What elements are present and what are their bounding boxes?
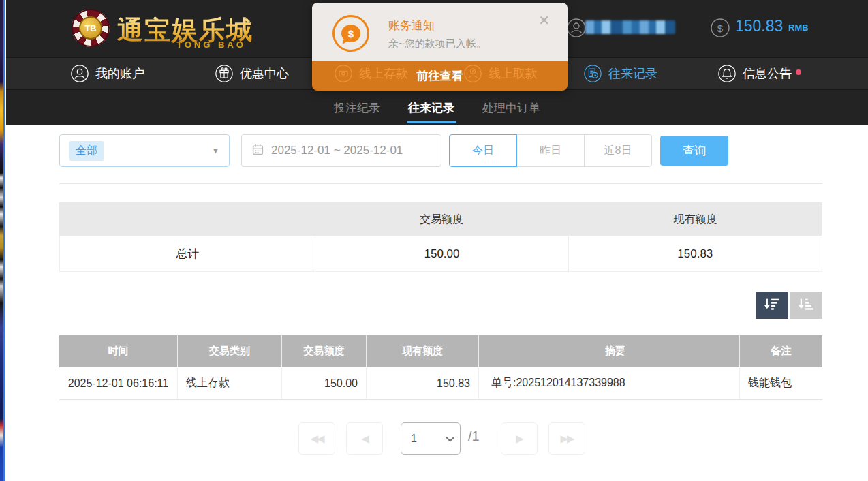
- sort-ascending-button[interactable]: [790, 292, 822, 319]
- nav-item-promotions[interactable]: 优惠中心: [215, 58, 289, 89]
- cell-balance: 150.83: [366, 367, 478, 399]
- cell-amount: 150.00: [281, 367, 366, 399]
- quick-date-buttons: 今日 昨日 近8日: [449, 134, 652, 167]
- today-button[interactable]: 今日: [449, 134, 517, 167]
- sort-descending-icon: [762, 296, 782, 314]
- cell-time: 2025-12-01 06:16:11: [59, 367, 177, 399]
- logo-chip-icon[interactable]: TB: [72, 9, 110, 47]
- sort-descending-button[interactable]: [756, 292, 788, 319]
- pagination: ◀◀ ◀ 1 /1 ▶ ▶▶: [6, 422, 868, 455]
- records-table: 时间 交易类别 交易额度 现有额度 摘要 备注 2025-12-01 06:16…: [59, 335, 822, 400]
- last-page-button[interactable]: ▶▶: [548, 422, 585, 455]
- nav-label: 我的账户: [95, 65, 144, 82]
- cell-remark: 钱能钱包: [739, 367, 822, 399]
- nav-item-my-account[interactable]: 我的账户: [70, 58, 144, 89]
- gift-icon: [215, 64, 234, 83]
- cell-type: 线上存款: [177, 367, 281, 399]
- balance-currency: RMB: [788, 22, 809, 33]
- type-filter-select[interactable]: 全部 ▼: [59, 134, 230, 167]
- summary-header-balance: 现有额度: [568, 213, 822, 227]
- nav-item-transaction-records[interactable]: 往来记录: [583, 58, 657, 89]
- notification-message: 亲~您的款项已入帐。: [388, 37, 486, 50]
- svg-text:$: $: [717, 22, 724, 34]
- nav-label: 往来记录: [608, 65, 657, 82]
- site-subtitle: TONG BAO: [176, 40, 246, 50]
- first-page-icon: ◀◀: [310, 433, 323, 445]
- records-table-header: 时间 交易类别 交易额度 现有额度 摘要 备注: [59, 335, 822, 367]
- summary-total-label: 总计: [60, 236, 315, 271]
- notification-title: 账务通知: [388, 18, 435, 33]
- col-amount: 交易额度: [281, 335, 366, 367]
- active-tab-underline: [407, 121, 456, 123]
- notification-popup: $ 账务通知 亲~您的款项已入帐。 ✕ 前往查看: [312, 3, 568, 91]
- sort-controls: [756, 292, 822, 319]
- col-time: 时间: [59, 335, 177, 367]
- main-window: TB 通宝娱乐城 TONG BAO $ 150.83 RMB: [6, 0, 868, 481]
- summary-total-transaction: 150.00: [315, 236, 568, 271]
- notification-body: $ 账务通知 亲~您的款项已入帐。 ✕: [312, 3, 568, 61]
- col-remark: 备注: [739, 335, 822, 367]
- date-range-value: 2025-12-01 ~ 2025-12-01: [271, 144, 403, 157]
- calendar-icon: [252, 144, 264, 158]
- nav-label: 优惠中心: [240, 65, 289, 82]
- tab-transaction-records[interactable]: 往来记录: [407, 90, 456, 125]
- balance-coin-icon: $: [710, 18, 730, 41]
- col-summary: 摘要: [478, 335, 739, 367]
- section-divider: [59, 183, 822, 184]
- logo-chip-text: TB: [79, 16, 102, 40]
- user-icon: [70, 64, 89, 83]
- sort-ascending-icon: [796, 296, 816, 314]
- type-filter-value: 全部: [69, 141, 104, 161]
- content-area: 全部 ▼ 2025-12-01 ~ 2025-12-01 今日 昨日 近8日 查…: [6, 125, 868, 481]
- next-page-button[interactable]: ▶: [501, 422, 538, 455]
- yesterday-button[interactable]: 昨日: [516, 134, 585, 167]
- username-redacted[interactable]: [585, 20, 675, 34]
- go-view-button[interactable]: 前往查看: [312, 61, 568, 91]
- table-row: 2025-12-01 06:16:11 线上存款 150.00 150.83 单…: [59, 367, 822, 400]
- summary-table: 交易额度 现有额度 总计 150.00 150.83: [59, 202, 822, 272]
- close-icon[interactable]: ✕: [538, 12, 550, 29]
- summary-total-balance: 150.83: [568, 236, 822, 271]
- next-page-icon: ▶: [516, 433, 523, 445]
- previous-page-icon: ◀: [361, 433, 368, 445]
- background-page-sliver: [0, 0, 5, 481]
- search-button[interactable]: 查询: [660, 136, 728, 166]
- caret-down-icon: ▼: [212, 146, 219, 155]
- notification-dot: [796, 69, 801, 75]
- nav-label: 信息公告: [743, 65, 792, 82]
- chevron-down-icon: [446, 433, 454, 442]
- col-balance: 现有额度: [366, 335, 478, 367]
- nav-item-announcements[interactable]: 信息公告: [717, 58, 792, 89]
- records-icon: [583, 64, 602, 83]
- summary-table-header: 交易额度 现有额度: [59, 202, 822, 236]
- balance-amount[interactable]: 150.83: [735, 17, 783, 35]
- tab-bet-records[interactable]: 投注纪录: [332, 90, 382, 125]
- col-type: 交易类别: [177, 335, 281, 367]
- page-select[interactable]: 1: [401, 422, 461, 455]
- last-8-days-button[interactable]: 近8日: [584, 134, 652, 167]
- profile-icon[interactable]: [566, 18, 587, 41]
- bell-icon: [717, 64, 737, 83]
- page-total-label: /1: [468, 429, 480, 444]
- page-select-value: 1: [411, 433, 417, 445]
- tab-pending-orders[interactable]: 处理中订单: [481, 90, 542, 125]
- first-page-button[interactable]: ◀◀: [298, 422, 335, 455]
- summary-total-row: 总计 150.00 150.83: [59, 236, 822, 272]
- summary-header-transaction: 交易额度: [315, 213, 568, 227]
- notification-dollar-bubble-icon: $: [332, 15, 369, 52]
- last-page-icon: ▶▶: [560, 433, 573, 445]
- previous-page-button[interactable]: ◀: [346, 422, 383, 455]
- cell-summary: 单号:202512014137339988: [478, 367, 739, 399]
- date-range-input[interactable]: 2025-12-01 ~ 2025-12-01: [241, 134, 441, 167]
